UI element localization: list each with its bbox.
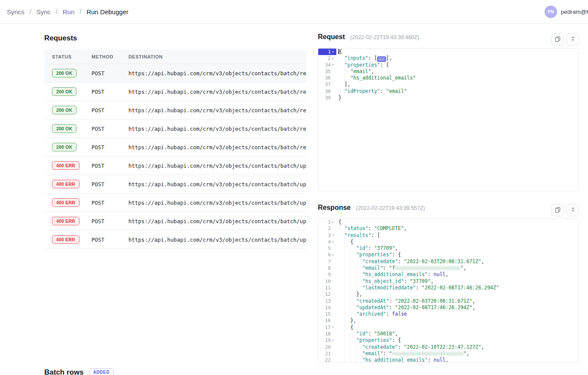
indent-guide <box>344 291 350 298</box>
fold-arrow-icon[interactable]: ▾ <box>331 339 335 342</box>
redacted-text: xxxxxxxxxxxxxxxxxxxxxx <box>395 265 460 271</box>
line-number-gutter: 37 <box>318 81 336 88</box>
line-number: 3 <box>328 232 331 239</box>
indent-guide <box>344 278 350 285</box>
code-text: ], <box>336 81 350 88</box>
request-timestamp: (2022-02-22T19:43:39.460Z) <box>350 34 420 40</box>
request-code-editor[interactable]: 1▾{2▸"inputs": [xx],34▾"properties": [35… <box>318 48 579 191</box>
code-line: 34▾"properties": [ <box>318 62 579 68</box>
request-row[interactable]: 400 ERRPOSThttps://api.hubapi.com/crm/v3… <box>44 194 306 212</box>
code-token: "id" <box>356 331 369 337</box>
code-token: } <box>338 95 341 101</box>
code-line: 9"hs_additional_emails": null, <box>318 271 579 278</box>
request-row[interactable]: 200 OKPOSThttps://api.hubapi.com/crm/v3/… <box>44 101 306 120</box>
line-number: 14 <box>325 304 331 311</box>
fold-arrow-icon[interactable]: ▾ <box>331 326 335 329</box>
copy-icon <box>554 36 561 43</box>
request-row[interactable]: 200 OKPOSThttps://api.hubapi.com/crm/v3/… <box>44 120 306 138</box>
request-row[interactable]: 400 ERRPOSThttps://api.hubapi.com/crm/v3… <box>44 231 306 249</box>
code-token: , <box>404 225 407 231</box>
code-text: "createdate": "2022-02-03T20:08:31.671Z"… <box>336 258 484 265</box>
expand-vertical-icon <box>570 36 576 43</box>
avatar[interactable]: PN <box>545 6 557 18</box>
response-code-editor[interactable]: 1▾{2"status": "COMPLETE",3▾"results": [4… <box>318 218 579 363</box>
breadcrumb-item-sync[interactable]: Sync <box>37 8 51 15</box>
status-cell: 400 ERR <box>52 198 91 207</box>
line-number-gutter: 38 <box>318 88 336 95</box>
line-number-gutter: 39 <box>318 95 336 101</box>
fold-arrow-icon[interactable]: ▾ <box>331 63 335 67</box>
request-row[interactable]: 400 ERRPOSThttps://api.hubapi.com/crm/v3… <box>44 157 306 175</box>
status-badge: 200 OK <box>52 124 76 133</box>
copy-button[interactable] <box>551 204 564 216</box>
line-number-gutter: 11 <box>318 285 336 291</box>
breadcrumb-separator: / <box>30 8 31 15</box>
code-line: 18"id": "50018", <box>318 331 579 337</box>
code-token: , <box>481 344 484 350</box>
indent-guide <box>350 344 356 350</box>
indent-guide <box>338 298 344 304</box>
folded-code-chip[interactable]: xx <box>377 56 386 62</box>
indent-guide <box>344 357 350 363</box>
request-row[interactable]: 200 OKPOSThttps://api.hubapi.com/crm/v3/… <box>44 64 306 83</box>
code-line: 15"archived": false <box>318 311 579 317</box>
fold-arrow-icon[interactable]: ▾ <box>331 240 335 244</box>
fold-arrow-icon[interactable]: ▾ <box>331 221 335 224</box>
indent-guide <box>356 350 363 357</box>
expand-button[interactable] <box>567 33 579 46</box>
status-cell: 200 OK <box>52 124 91 133</box>
breadcrumb: Syncs/Sync/Run/Run Debugger <box>7 8 128 15</box>
code-line: 12}, <box>318 291 579 298</box>
request-row[interactable]: 400 ERRPOSThttps://api.hubapi.com/crm/v3… <box>44 175 306 194</box>
destination-cell: https://api.hubapi.com/crm/v3/objects/co… <box>128 181 306 188</box>
line-number: 22 <box>325 357 331 363</box>
code-token: " <box>389 350 392 357</box>
request-row[interactable]: 200 OKPOSThttps://api.hubapi.com/crm/v3/… <box>44 83 306 101</box>
method-cell: POST <box>91 89 128 95</box>
fold-arrow-icon[interactable]: ▸ <box>331 57 335 60</box>
code-token: : <box>383 265 389 271</box>
expand-button[interactable] <box>567 204 579 216</box>
indent-guide <box>344 324 350 331</box>
line-number-gutter: 1▾ <box>318 49 336 55</box>
line-number: 10 <box>325 278 331 285</box>
expand-vertical-icon <box>570 206 576 214</box>
indent-guide <box>338 265 344 271</box>
batch-rows-title: Batch rows <box>44 368 84 375</box>
fold-arrow-icon[interactable]: ▾ <box>331 234 335 237</box>
code-line: 1▾{ <box>318 49 579 55</box>
copy-button[interactable] <box>551 33 564 46</box>
code-token: "inputs" <box>344 55 368 61</box>
indent-guide <box>338 55 344 61</box>
code-token: { <box>350 239 353 245</box>
topbar: Syncs/Sync/Run/Run Debugger PN pedram@hi… <box>0 0 588 24</box>
destination-cell: https://api.hubapi.com/crm/v3/objects/co… <box>128 237 306 243</box>
indent-guide <box>344 285 350 291</box>
code-token: }, <box>356 291 363 297</box>
user-menu[interactable]: PN pedram@hig <box>545 6 588 18</box>
request-row[interactable]: 400 ERRPOSThttps://api.hubapi.com/crm/v3… <box>44 212 306 231</box>
code-token: "hs_object_id" <box>362 278 404 284</box>
breadcrumb-separator: / <box>56 8 58 15</box>
code-token: "archived" <box>356 311 386 317</box>
indent-guide <box>338 68 344 75</box>
code-token: "id" <box>356 245 369 251</box>
line-number-gutter: 2 <box>318 225 336 232</box>
code-token: ], <box>344 81 350 87</box>
code-text: "properties": [ <box>336 62 389 68</box>
line-number-gutter: 12 <box>318 291 336 298</box>
code-text: "email", <box>336 68 374 75</box>
fold-arrow-icon[interactable]: ▾ <box>331 50 335 54</box>
line-number: 6 <box>328 252 331 258</box>
status-badge: 200 OK <box>52 106 76 115</box>
code-token: : <box>383 350 389 357</box>
breadcrumb-item-run[interactable]: Run <box>63 8 75 15</box>
indent-guide <box>344 68 350 75</box>
fold-arrow-icon[interactable]: ▾ <box>331 253 335 257</box>
code-token: null <box>434 271 446 277</box>
indent-guide <box>338 245 344 252</box>
request-row[interactable]: 200 OKPOSThttps://api.hubapi.com/crm/v3/… <box>44 138 306 157</box>
breadcrumb-item-syncs[interactable]: Syncs <box>7 8 24 15</box>
status-cell: 200 OK <box>52 106 91 115</box>
destination-cell: https://api.hubapi.com/crm/v3/objects/co… <box>128 163 306 169</box>
